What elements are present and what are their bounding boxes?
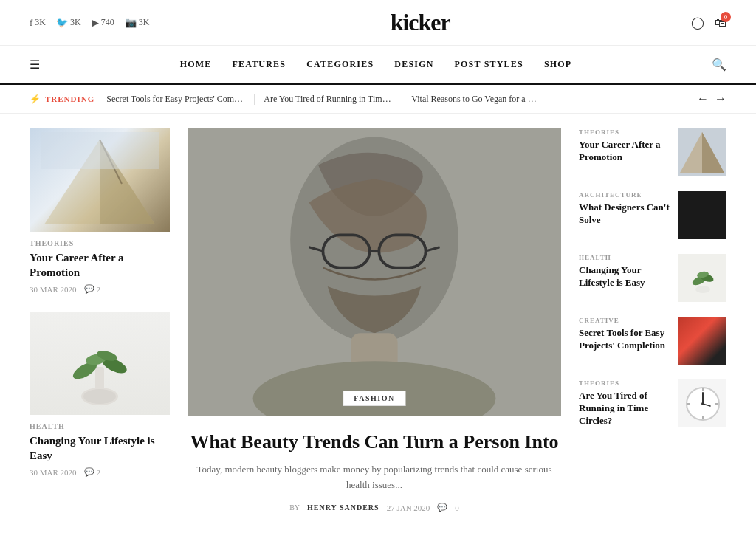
right-category-2: HEALTH [579,254,671,261]
featured-title[interactable]: What Beauty Trends Can Turn a Person Int… [188,430,561,455]
trending-item-2[interactable]: Vital Reasons to Go Vegan for a Month [402,94,549,105]
user-icon[interactable]: ◯ [691,16,704,30]
instagram-count: 3K [139,17,150,28]
right-title-4: Are You Tired of Running in Time Circles… [579,390,671,427]
cart-wrapper[interactable]: 🛍 0 [715,16,726,30]
comment-icon-1: 💬 [84,467,94,477]
featured-excerpt: Today, modern beauty bloggers make money… [188,462,561,493]
cart-badge: 0 [721,12,731,22]
right-sidebar: THEORIES Your Career After a Promotion A… [579,128,726,512]
comment-count-0: 2 [97,285,101,294]
right-thumb-3 [678,317,726,365]
svg-rect-3 [41,132,159,169]
sidebar-title-0: Your Career After a Promotion [30,251,170,280]
nav-design[interactable]: DESIGN [394,59,433,70]
lightning-icon: ⚡ [30,94,41,105]
main-content: THEORIES Your Career After a Promotion 3… [0,114,756,527]
trending-bar: ⚡ TRENDING Secret Tools for Easy Project… [0,85,756,114]
featured-category-badge: FASHION [343,391,405,406]
sidebar-thumb-1 [30,312,170,415]
comment-icon-0: 💬 [84,284,94,294]
top-bar: f 3K 🐦 3K ▶ 740 📷 3K kicker ◯ 🛍 0 [0,0,756,46]
trending-items: Secret Tools for Easy Projects' Compl ..… [106,94,685,105]
featured-image[interactable]: FASHION [188,128,561,416]
nav-features[interactable]: FEATURES [232,59,286,70]
right-title-0: Your Career After a Promotion [579,139,671,164]
nav-post-styles[interactable]: POST STYLES [455,59,523,70]
nav-links: HOME FEATURES CATEGORIES DESIGN POST STY… [180,46,572,83]
trending-prev-button[interactable]: ← [697,92,709,106]
trending-label: ⚡ TRENDING [30,94,94,105]
twitter-icon: 🐦 [56,17,68,29]
right-post-0[interactable]: THEORIES Your Career After a Promotion [579,128,726,176]
plant-image [30,312,170,415]
svg-point-23 [695,286,710,293]
right-thumb-4 [678,379,726,427]
sidebar-category-0: THEORIES [30,239,170,247]
right-post-info-1: ARCHITECTURE What Designers Can't Solve [579,191,671,227]
twitter-count: 3K [70,17,81,28]
sidebar-date-0: 30 MAR 2020 [30,285,77,294]
social-instagram[interactable]: 📷 3K [125,17,150,29]
social-youtube[interactable]: ▶ 740 [92,17,114,29]
right-category-1: ARCHITECTURE [579,191,671,199]
site-logo[interactable]: kicker [391,9,450,36]
featured-author[interactable]: HENRY SANDERS [307,503,379,512]
featured-comment-icon: 💬 [437,503,447,512]
left-sidebar: THEORIES Your Career After a Promotion 3… [30,128,170,512]
sidebar-meta-0: 30 MAR 2020 💬 2 [30,284,170,294]
youtube-count: 740 [101,17,114,28]
trending-text: TRENDING [45,94,94,103]
featured-byline: BY HENRY SANDERS 27 JAN 2020 💬 0 [188,503,561,512]
nav-bar: ☰ HOME FEATURES CATEGORIES DESIGN POST S… [0,46,756,85]
featured-comments: 0 [455,503,459,512]
nav-home[interactable]: HOME [180,59,212,70]
building-image [30,128,170,232]
trending-next-button[interactable]: → [715,92,726,106]
right-title-3: Secret Tools for Easy Projects' Completi… [579,327,671,352]
right-thumb-2 [678,254,726,302]
right-post-info-2: HEALTH Changing Your Lifestyle is Easy [579,254,671,289]
search-icon[interactable]: 🔍 [712,58,726,72]
sidebar-post-0[interactable]: THEORIES Your Career After a Promotion 3… [30,128,170,294]
right-post-4[interactable]: THEORIES Are You Tired of Running in Tim… [579,379,726,427]
facebook-count: 3K [35,17,46,28]
by-label: BY [289,503,300,512]
nav-left: ☰ [30,58,40,72]
featured-date: 27 JAN 2020 [387,503,430,512]
sidebar-meta-1: 30 MAR 2020 💬 2 [30,467,170,477]
sidebar-comments-1: 💬 2 [84,467,101,477]
right-post-1[interactable]: ARCHITECTURE What Designers Can't Solve [579,191,726,239]
social-facebook[interactable]: f 3K [30,17,46,29]
sidebar-category-1: HEALTH [30,422,170,430]
nav-shop[interactable]: SHOP [544,59,571,70]
social-links: f 3K 🐦 3K ▶ 740 📷 3K [30,17,149,29]
social-twitter[interactable]: 🐦 3K [56,17,81,29]
right-category-0: THEORIES [579,128,671,136]
sidebar-post-1[interactable]: HEALTH Changing Your Lifestyle is Easy 3… [30,312,170,477]
right-title-2: Changing Your Lifestyle is Easy [579,264,671,289]
youtube-icon: ▶ [92,17,99,29]
facebook-icon: f [30,17,32,29]
trending-item-0[interactable]: Secret Tools for Easy Projects' Compl ..… [106,94,254,105]
right-post-2[interactable]: HEALTH Changing Your Lifestyle is Easy [579,254,726,302]
sidebar-title-1: Changing Your Lifestyle is Easy [30,434,170,463]
top-actions: ◯ 🛍 0 [691,16,726,30]
hamburger-icon[interactable]: ☰ [30,58,40,72]
right-post-info-0: THEORIES Your Career After a Promotion [579,128,671,164]
sidebar-date-1: 30 MAR 2020 [30,468,77,477]
masked-person-image [188,128,561,416]
right-category-3: CREATIVE [579,317,671,324]
sidebar-comments-0: 💬 2 [84,284,101,294]
right-thumb-1 [678,191,726,239]
nav-categories[interactable]: CATEGORIES [306,59,374,70]
right-thumb-0 [678,128,726,176]
right-post-info-4: THEORIES Are You Tired of Running in Tim… [579,379,671,427]
comment-count-1: 2 [97,468,101,477]
svg-point-6 [83,389,116,404]
trending-nav: ← → [697,92,726,106]
right-title-1: What Designers Can't Solve [579,202,671,227]
right-category-4: THEORIES [579,379,671,387]
trending-item-1[interactable]: Are You Tired of Running in Time Circl..… [254,94,402,105]
right-post-3[interactable]: CREATIVE Secret Tools for Easy Projects'… [579,317,726,365]
